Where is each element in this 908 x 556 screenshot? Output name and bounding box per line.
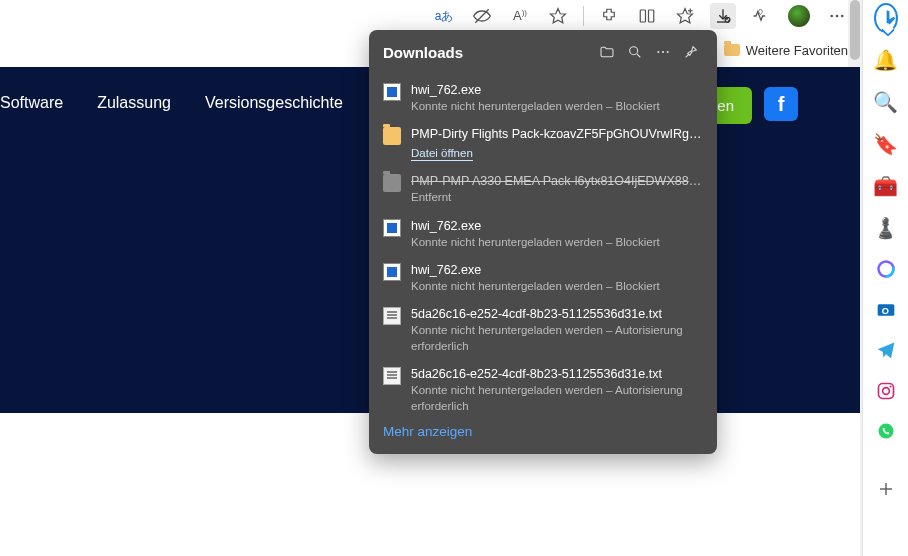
favorites-label: Weitere Favoriten <box>746 43 848 58</box>
download-item[interactable]: hwi_762.exeKonnte nicht heruntergeladen … <box>369 256 717 300</box>
folder-icon <box>724 44 740 56</box>
whatsapp-icon[interactable] <box>874 420 898 442</box>
svg-point-25 <box>889 385 891 387</box>
download-filename: hwi_762.exe <box>411 218 703 235</box>
exe-file-icon <box>383 83 401 101</box>
downloads-header: Downloads <box>369 30 717 72</box>
download-status: Konnte nicht heruntergeladen werden – Bl… <box>411 279 703 295</box>
pin-icon[interactable] <box>679 40 703 64</box>
svg-point-13 <box>630 47 638 55</box>
download-item[interactable]: hwi_762.exeKonnte nicht heruntergeladen … <box>369 76 717 120</box>
svg-point-10 <box>830 15 833 18</box>
exe-file-icon <box>383 219 401 237</box>
svg-point-17 <box>667 51 669 53</box>
download-filename: 5da26c16-e252-4cdf-8b23-51125536d31e.txt <box>411 306 703 323</box>
download-status: Konnte nicht heruntergeladen werden – Bl… <box>411 99 703 115</box>
downloads-list: hwi_762.exeKonnte nicht heruntergeladen … <box>369 72 717 412</box>
download-item[interactable]: hwi_762.exeKonnte nicht heruntergeladen … <box>369 212 717 256</box>
privacy-icon[interactable] <box>469 3 495 29</box>
download-item[interactable]: 5da26c16-e252-4cdf-8b23-51125536d31e.txt… <box>369 360 717 412</box>
download-item[interactable]: PMP-PMP A330 EMEA Pack-l6ytx81O4IjEDWX88… <box>369 167 717 211</box>
extensions-icon[interactable] <box>596 3 622 29</box>
show-more-link[interactable]: Mehr anzeigen <box>383 424 472 439</box>
svg-text:O: O <box>881 306 888 316</box>
download-item[interactable]: 5da26c16-e252-4cdf-8b23-51125536d31e.txt… <box>369 300 717 360</box>
downloads-footer: Mehr anzeigen <box>369 412 717 454</box>
outlook-icon[interactable]: O <box>874 298 898 320</box>
download-status: Konnte nicht heruntergeladen werden – Au… <box>411 383 703 412</box>
exe-file-icon <box>383 263 401 281</box>
favorite-star-icon[interactable] <box>545 3 571 29</box>
download-filename: hwi_762.exe <box>411 262 703 279</box>
download-item-body: hwi_762.exeKonnte nicht heruntergeladen … <box>411 218 703 250</box>
open-file-link[interactable]: Datei öffnen <box>411 147 473 161</box>
svg-marker-1 <box>551 9 566 23</box>
profile-avatar[interactable] <box>786 3 812 29</box>
nav-item-approval[interactable]: Zulassung <box>97 94 171 112</box>
shopping-tag-icon[interactable]: 🔖 <box>874 132 898 156</box>
txt-file-icon <box>383 307 401 325</box>
download-status: Konnte nicht heruntergeladen werden – Au… <box>411 323 703 354</box>
split-screen-icon[interactable] <box>634 3 660 29</box>
download-filename: hwi_762.exe <box>411 82 703 99</box>
svg-rect-3 <box>649 10 654 22</box>
copilot-icon[interactable] <box>874 258 898 280</box>
downloads-title: Downloads <box>383 44 591 61</box>
facebook-button[interactable]: f <box>764 87 798 121</box>
telegram-icon[interactable] <box>874 339 898 361</box>
site-nav: Software Zulassung Versionsgeschichte <box>0 94 343 112</box>
download-item-body: PMP-PMP A330 EMEA Pack-l6ytx81O4IjEDWX88… <box>411 173 703 205</box>
download-status: Entfernt <box>411 190 703 206</box>
download-item-body: hwi_762.exeKonnte nicht heruntergeladen … <box>411 262 703 294</box>
bing-chat-icon[interactable] <box>874 6 898 30</box>
panel-more-icon[interactable] <box>651 40 675 64</box>
bell-icon[interactable]: 🔔 <box>874 48 898 72</box>
download-status: Konnte nicht heruntergeladen werden – Bl… <box>411 235 703 251</box>
svg-point-26 <box>878 423 893 438</box>
favorites-icon[interactable] <box>672 3 698 29</box>
svg-point-11 <box>836 15 839 18</box>
download-item-body: hwi_762.exeKonnte nicht heruntergeladen … <box>411 82 703 114</box>
search-icon[interactable] <box>623 40 647 64</box>
svg-rect-2 <box>640 10 645 22</box>
svg-point-15 <box>657 51 659 53</box>
games-icon[interactable]: ♟️ <box>874 216 898 240</box>
scrollbar-thumb[interactable] <box>850 0 860 60</box>
download-filename: PMP-Dirty Flights Pack-kzoavZF5FpGhOUVrw… <box>411 126 703 143</box>
nav-item-history[interactable]: Versionsgeschichte <box>205 94 343 112</box>
nav-item-software[interactable]: Software <box>0 94 63 112</box>
svg-point-24 <box>882 387 889 394</box>
instagram-icon[interactable] <box>874 379 898 401</box>
svg-line-14 <box>637 54 640 57</box>
svg-point-12 <box>841 15 844 18</box>
download-filename: PMP-PMP A330 EMEA Pack-l6ytx81O4IjEDWX88… <box>411 173 703 190</box>
favorites-folder[interactable]: Weitere Favoriten <box>724 43 848 58</box>
read-aloud-icon[interactable]: A)) <box>507 3 533 29</box>
zip-grey-file-icon <box>383 174 401 192</box>
download-item-body: 5da26c16-e252-4cdf-8b23-51125536d31e.txt… <box>411 306 703 354</box>
svg-point-16 <box>662 51 664 53</box>
tools-icon[interactable]: 🧰 <box>874 174 898 198</box>
download-item-body: 5da26c16-e252-4cdf-8b23-51125536d31e.txt… <box>411 366 703 412</box>
translate-icon[interactable]: aあ <box>431 3 457 29</box>
toolbar-divider <box>583 6 584 26</box>
downloads-icon[interactable] <box>710 3 736 29</box>
txt-file-icon <box>383 367 401 385</box>
sidebar-search-icon[interactable]: 🔍 <box>874 90 898 114</box>
add-sidebar-icon[interactable] <box>874 478 898 500</box>
svg-line-18 <box>686 54 689 57</box>
download-item-body: PMP-Dirty Flights Pack-kzoavZF5FpGhOUVrw… <box>411 126 703 161</box>
browser-toolbar: aあ A)) <box>0 2 860 30</box>
download-filename: 5da26c16-e252-4cdf-8b23-51125536d31e.txt <box>411 366 703 383</box>
download-item[interactable]: PMP-Dirty Flights Pack-kzoavZF5FpGhOUVrw… <box>369 120 717 167</box>
edge-sidebar: 🔔 🔍 🔖 🧰 ♟️ O <box>862 0 908 556</box>
performance-icon[interactable] <box>748 3 774 29</box>
open-folder-icon[interactable] <box>595 40 619 64</box>
downloads-panel: Downloads hwi_762.exeKonnte nicht herunt… <box>369 30 717 454</box>
zip-file-icon <box>383 127 401 145</box>
more-icon[interactable] <box>824 3 850 29</box>
